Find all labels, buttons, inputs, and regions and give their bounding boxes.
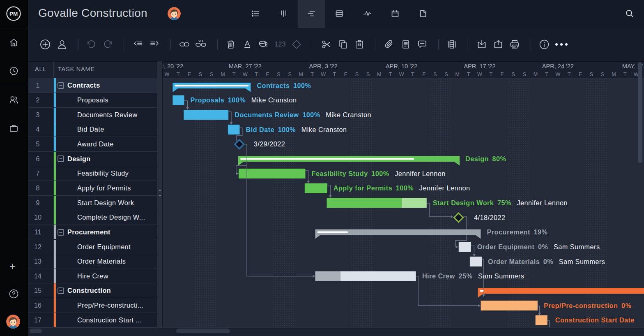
svg-text:S: S <box>523 72 526 77</box>
svg-text:T: T <box>177 72 180 77</box>
svg-text:M: M <box>612 72 616 77</box>
svg-text:W: W <box>399 72 404 77</box>
svg-text:Bid Date 100% Mike Cranston: Bid Date 100% Mike Cranston <box>246 126 347 133</box>
svg-text:APR, 17 '22: APR, 17 '22 <box>464 63 495 70</box>
svg-text:T: T <box>568 72 571 77</box>
svg-text:APR, 24 '22: APR, 24 '22 <box>542 63 574 70</box>
svg-text:W: W <box>555 72 560 77</box>
svg-text:S: S <box>366 72 370 77</box>
svg-text:S: S <box>511 72 515 77</box>
svg-text:S: S <box>210 72 213 77</box>
svg-text:M: M <box>221 72 225 77</box>
svg-text:Prep/Pre-construction 0%: Prep/Pre-construction 0% <box>544 302 632 309</box>
svg-text:W: W <box>321 72 326 77</box>
svg-text:Start Design Work 75% Jennife: Start Design Work 75% Jennifer Lennon <box>433 199 568 206</box>
svg-text:MAR, 27 '22: MAR, 27 '22 <box>229 63 262 70</box>
svg-text:S: S <box>277 72 280 77</box>
svg-text:T: T <box>489 72 492 77</box>
svg-text:APR, 3 '22: APR, 3 '22 <box>309 63 338 70</box>
svg-text:Design 80%: Design 80% <box>465 155 506 162</box>
svg-text:T: T <box>333 72 336 77</box>
svg-text:T: T <box>310 72 314 77</box>
svg-text:T: T <box>411 72 414 77</box>
svg-text:T: T <box>545 72 548 77</box>
svg-text:F: F <box>501 72 504 77</box>
svg-text:T: T <box>467 72 470 77</box>
svg-text:S: S <box>355 72 359 77</box>
svg-text:F: F <box>344 72 347 77</box>
svg-text:M: M <box>299 72 303 77</box>
svg-text:Order Materials 0% Sam Summer: Order Materials 0% Sam Summers <box>488 258 605 265</box>
svg-text:Procurement 19%: Procurement 19% <box>487 228 548 236</box>
svg-text:T: T <box>389 72 392 77</box>
svg-text:Order Equipment 0% Sam Summer: Order Equipment 0% Sam Summers <box>477 243 600 250</box>
svg-text:Apply for Permits 100% Jennif: Apply for Permits 100% Jennifer Lennon <box>334 184 470 192</box>
svg-text:W: W <box>164 72 169 77</box>
svg-text:Hire Crew 25% Sam Summers: Hire Crew 25% Sam Summers <box>422 272 524 280</box>
svg-text:T: T <box>232 72 236 77</box>
svg-text:3/29/2022: 3/29/2022 <box>254 140 285 148</box>
svg-text:S: S <box>601 72 604 77</box>
svg-text:T: T <box>623 72 627 77</box>
svg-text:S: S <box>199 72 202 77</box>
svg-text:M: M <box>455 72 459 77</box>
svg-text:F: F <box>422 72 426 77</box>
svg-text:Contracts 100%: Contracts 100% <box>257 82 311 89</box>
svg-text:Feasibility Study 100% Jennif: Feasibility Study 100% Jennifer Lennon <box>312 170 446 177</box>
svg-text:M: M <box>377 72 381 77</box>
svg-text:S: S <box>590 72 593 77</box>
svg-text:W: W <box>477 72 482 77</box>
svg-text:Proposals 100% Mike Cranston: Proposals 100% Mike Cranston <box>190 96 297 104</box>
svg-text:S: S <box>444 72 448 77</box>
svg-text:Construction Start Date: Construction Start Date <box>555 316 635 324</box>
svg-text:Documents Review 100% Mike Cr: Documents Review 100% Mike Cranston <box>235 111 371 118</box>
svg-text:4/18/2022: 4/18/2022 <box>474 214 506 221</box>
svg-text:F: F <box>579 72 582 77</box>
svg-text:S: S <box>288 72 291 77</box>
svg-text:T: T <box>255 72 258 77</box>
svg-text:F: F <box>188 72 191 77</box>
svg-text:W: W <box>243 72 248 77</box>
svg-text:APR, 10 '22: APR, 10 '22 <box>386 63 417 70</box>
svg-text:M: M <box>534 72 538 77</box>
svg-text:F: F <box>266 72 269 77</box>
svg-text:S: S <box>433 72 437 77</box>
svg-text:PM: PM <box>9 11 18 17</box>
